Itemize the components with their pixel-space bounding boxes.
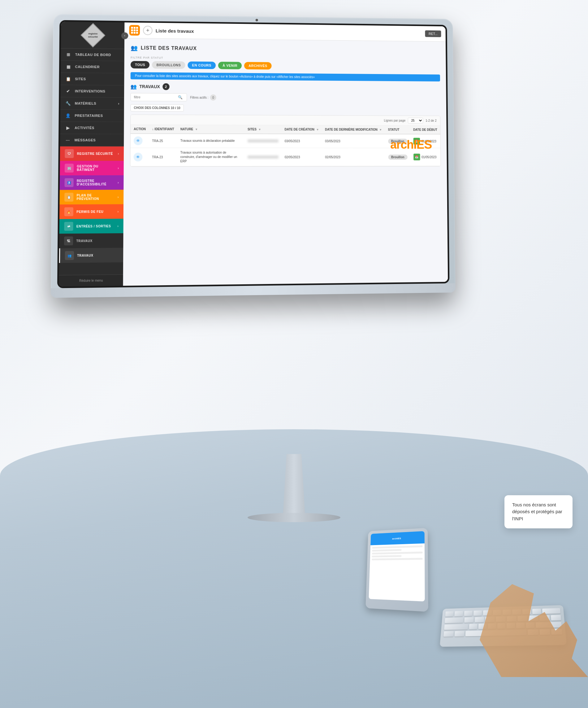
sidebar-label-plan-prevention: PLAN DE PRÉVENTION <box>77 194 115 201</box>
row2-view-btn[interactable]: 👁 <box>134 153 143 161</box>
lines-per-page-select[interactable]: 25 50 100 <box>408 118 423 124</box>
filter-buttons: TOUS BROUILLONS EN COURS À VENIR ARCHIVÉ… <box>131 61 440 71</box>
key <box>454 631 465 637</box>
apps-button[interactable] <box>129 25 140 36</box>
lines-per-page-label: Lignes par page <box>384 119 406 122</box>
plan-prevention-icon: 📋 <box>64 193 73 202</box>
key <box>473 611 482 616</box>
key <box>444 624 468 630</box>
sidebar-item-sites[interactable]: 📋 SITES <box>61 73 124 86</box>
sidebar-item-interventions[interactable]: ✔ INTERVENTIONS <box>60 85 124 98</box>
sidebar-label-calendrier: CALENDRIER <box>75 65 100 69</box>
sidebar: registresécurité ‹ ⊞ TABLEAU DE BORD ▦ C… <box>59 22 124 287</box>
table-header-row: Action ↓ Identifiant Nature ▼ <box>131 125 440 134</box>
col-identifiant[interactable]: ↓ Identifiant <box>149 125 177 134</box>
sidebar-label-activites: ACTIVITÉS <box>74 126 94 130</box>
filter-tous-btn[interactable]: TOUS <box>131 61 150 69</box>
sidebar-reduce-btn[interactable]: Réduire le menu <box>59 274 123 287</box>
monitor-outer: registresécurité ‹ ⊞ TABLEAU DE BORD ▦ C… <box>51 13 456 298</box>
search-input[interactable] <box>134 95 178 99</box>
filter-archives-btn[interactable]: ARCHIVÉS <box>244 62 271 70</box>
sidebar-collapse-btn[interactable]: ‹ <box>121 32 128 39</box>
col-date-modification[interactable]: Date de dernière modification ▼ <box>322 125 385 134</box>
key <box>532 609 541 614</box>
row2-date-cell: 📅 01/05/2023 <box>413 154 438 160</box>
permis-feu-icon: 🔥 <box>64 207 73 216</box>
filters-count-badge: 0 <box>210 94 216 101</box>
sidebar-item-travaux-menu[interactable]: 🏗 TRAVAUX <box>59 233 123 248</box>
small-device-screen-header: archIES <box>370 531 425 545</box>
logo-diamond: registresécurité <box>81 23 105 48</box>
col-statut[interactable]: Statut <box>385 125 410 134</box>
key <box>443 631 454 637</box>
dashboard-icon: ⊞ <box>66 52 71 57</box>
gestion-batiment-arrow-icon: › <box>118 166 119 170</box>
interventions-icon: ✔ <box>65 88 71 94</box>
small-screen-line-2 <box>372 549 401 552</box>
date-modification-sort-icon: ▼ <box>379 128 382 131</box>
sidebar-item-plan-prevention[interactable]: 📋 PLAN DE PRÉVENTION › <box>59 190 123 205</box>
sidebar-item-registre-accessibilite[interactable]: ♿ REGISTRE D'ACCESSIBILITÉ › <box>60 175 124 190</box>
pagination-info: 1-2 de 2 <box>426 119 437 122</box>
search-icon: 🔍 <box>178 95 183 99</box>
small-screen-line-4 <box>372 555 401 558</box>
sidebar-item-calendrier[interactable]: ▦ CALENDRIER <box>61 61 124 73</box>
sidebar-item-entrees-sorties[interactable]: ⇄ ENTRÉES / SORTIES › <box>59 219 123 234</box>
filter-label: FILTRE PAR STATUT <box>131 56 440 62</box>
sidebar-item-activites[interactable]: ▶ ACTIVITÉS <box>60 122 124 134</box>
sidebar-item-travaux-active[interactable]: 👥 TRAVAUX <box>59 248 123 263</box>
activites-icon: ▶ <box>65 125 71 130</box>
sidebar-label-registre-securite: REGISTRE SÉCURITÉ <box>77 152 113 155</box>
row1-view-btn[interactable]: 👁 <box>134 136 143 145</box>
registre-accessibilite-arrow-icon: › <box>118 181 119 184</box>
sidebar-label-entrees-sorties: ENTRÉES / SORTIES <box>76 224 111 228</box>
filter-section: FILTRE PAR STATUT TOUS BROUILLONS EN COU… <box>131 56 440 71</box>
col-sites[interactable]: Sites ▼ <box>245 125 282 134</box>
small-device-screen: archIES <box>369 531 425 601</box>
sidebar-item-gestion-batiment[interactable]: 🏢 GESTION DU BÂTIMENT › <box>60 161 124 175</box>
filter-a-venir-btn[interactable]: À VENIR <box>218 62 242 69</box>
archies-text: archIES <box>390 138 432 152</box>
sidebar-item-tableau-de-bord[interactable]: ⊞ TABLEAU DE BORD <box>61 49 124 61</box>
col-nature[interactable]: Nature ▼ <box>177 125 245 134</box>
row2-status-badge: Brouillon <box>388 154 407 160</box>
colonnes-btn[interactable]: CHOIX DES COLONNES 10 / 10 <box>130 104 184 112</box>
sidebar-label-tableau-de-bord: TABLEAU DE BORD <box>75 53 111 57</box>
back-button[interactable]: RET... <box>425 30 441 37</box>
sidebar-item-messages[interactable]: ··· MESSAGES <box>60 134 124 147</box>
main-content: + Liste des travaux RET... 👥 LISTE DES T… <box>123 22 448 286</box>
row1-site-blurred <box>248 139 279 143</box>
filter-brouillons-btn[interactable]: BROUILLONS <box>152 61 185 69</box>
sidebar-label-interventions: INTERVENTIONS <box>75 89 105 93</box>
filter-en-cours-btn[interactable]: EN COURS <box>188 61 216 69</box>
sidebar-label-sites: SITES <box>75 77 86 81</box>
row2-action: 👁 <box>130 148 149 166</box>
sidebar-label-travaux-menu: TRAVAUX <box>76 239 92 243</box>
row2-date-modification: 02/05/2023 <box>322 148 385 166</box>
permis-feu-arrow-icon: › <box>118 210 119 213</box>
sidebar-item-materiels[interactable]: 🔧 MATÉRIELS › <box>60 97 124 110</box>
sidebar-label-permis-feu: PERMIS DE FEU <box>76 210 103 213</box>
inpi-text: Tous nos écrans sont déposés et protégés… <box>512 502 562 521</box>
row1-date-creation: 03/05/2023 <box>282 134 322 148</box>
sidebar-menu: ⊞ TABLEAU DE BORD ▦ CALENDRIER 📋 SITES ✔… <box>59 49 124 275</box>
sidebar-item-registre-securite[interactable]: 🛡 REGISTRE SÉCURITÉ › <box>60 147 124 161</box>
apps-grid-icon <box>131 27 138 34</box>
registre-securite-arrow-icon: › <box>118 152 119 155</box>
col-date-debut[interactable]: Date de début <box>410 126 440 135</box>
calendar-icon: ▦ <box>66 64 71 69</box>
filters-actifs: Filtres actifs : 0 <box>190 94 216 100</box>
row1-nature: Travaux soumis à déclaration préalable <box>177 134 245 148</box>
travaux-section-header: 👥 TRAVAUX 2 <box>131 83 440 92</box>
row2-date-creation: 02/05/2023 <box>282 148 322 166</box>
sites-sort-icon: ▼ <box>258 128 261 131</box>
prestataires-icon: 👤 <box>65 113 71 118</box>
sidebar-item-prestataires[interactable]: 👤 PRESTATAIRES <box>60 110 124 122</box>
key <box>455 611 463 616</box>
sidebar-item-permis-feu[interactable]: 🔥 PERMIS DE FEU › <box>59 204 123 219</box>
plan-prevention-arrow-icon: › <box>118 195 119 199</box>
key <box>469 624 477 629</box>
col-date-creation[interactable]: Date de création ▼ <box>282 125 322 134</box>
registre-accessibilite-icon: ♿ <box>64 178 73 187</box>
add-button[interactable]: + <box>143 26 153 35</box>
